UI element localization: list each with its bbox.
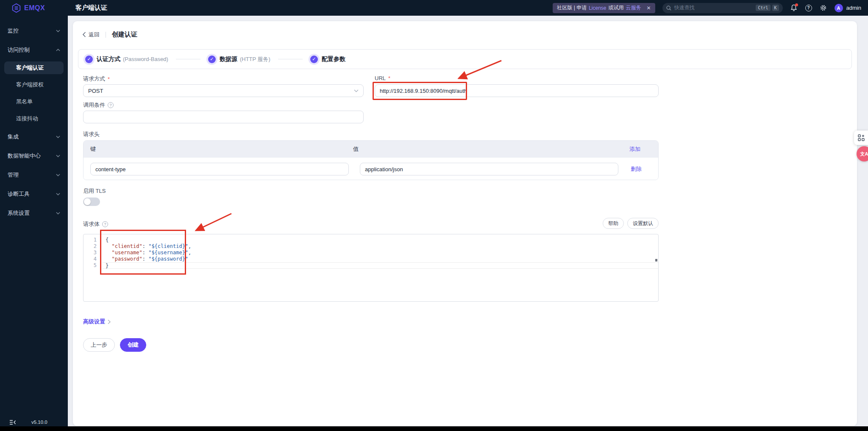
license-banner: 社区版 | 申请 License 或试用 云服务 ✕ — [553, 3, 655, 13]
headers-label: 请求头 — [83, 131, 100, 138]
step-check-icon: ✓ — [85, 56, 93, 63]
url-label: URL* — [375, 75, 390, 81]
value-column-header: 值 — [353, 145, 607, 153]
sidebar-section-管理[interactable]: 管理 — [0, 165, 68, 184]
step-config-params: ✓ 配置参数 — [310, 56, 348, 63]
chevron-down-icon — [56, 136, 60, 138]
username[interactable]: admin — [846, 5, 861, 11]
set-default-button[interactable]: 设置默认 — [627, 218, 659, 229]
advanced-settings-link[interactable]: 高级设置 — [83, 318, 111, 325]
headers-table: 键 值 添加 content-type application/json 删除 — [83, 140, 659, 180]
editor-gutter: 12345 — [83, 234, 102, 301]
code-line-5: } — [102, 262, 658, 269]
topbar: EMQX 客户端认证 社区版 | 申请 License 或试用 云服务 ✕ 快速… — [0, 0, 868, 16]
chevron-down-icon — [354, 89, 359, 92]
step-connector — [176, 59, 200, 59]
emqx-logo[interactable]: EMQX — [0, 3, 68, 13]
language-switch-button[interactable]: 文A — [857, 146, 868, 161]
condition-label: 调用条件 ? — [83, 101, 114, 109]
create-button[interactable]: 创建 — [120, 338, 146, 352]
sidebar-section-访问控制[interactable]: 访问控制 — [0, 40, 68, 59]
scrollbar-mark — [655, 259, 657, 261]
headers-table-head: 键 值 添加 — [83, 141, 658, 158]
page-title: 创建认证 — [112, 31, 137, 39]
license-link[interactable]: License — [589, 5, 606, 11]
emqx-hexagon-icon — [12, 3, 21, 13]
step-auth-method: ✓ 认证方式 (Password-Based) — [85, 56, 168, 63]
chevron-down-icon — [56, 30, 60, 32]
version-label: v5.10.0 — [31, 420, 47, 425]
settings-gear-icon[interactable] — [820, 4, 827, 12]
editor-code: { "clientid": "${clientid}", "username":… — [102, 234, 658, 301]
tls-label: 启用 TLS — [83, 187, 106, 195]
grid-plus-icon — [858, 134, 865, 141]
chevron-right-icon — [108, 320, 111, 324]
banner-text: 社区版 | 申请 — [557, 4, 587, 11]
back-button[interactable]: 返回 — [82, 31, 100, 39]
code-line-1: { — [102, 237, 658, 243]
step-data-source: ✓ 数据源 (HTTP 服务) — [208, 56, 270, 63]
help-button[interactable]: 帮助 — [603, 218, 624, 229]
help-icon[interactable]: ? — [805, 4, 812, 12]
chevron-down-icon — [56, 155, 60, 157]
kbd-ctrl: Ctrl — [756, 5, 770, 11]
step-check-icon: ✓ — [208, 56, 216, 63]
step-check-icon: ✓ — [310, 56, 318, 63]
header-key-input[interactable]: content-type — [90, 163, 349, 175]
notifications-bell-icon[interactable] — [790, 4, 798, 12]
tls-toggle[interactable] — [83, 197, 100, 206]
method-label: 请求方式* — [83, 75, 110, 83]
previous-step-button[interactable]: 上一步 — [83, 338, 115, 352]
search-icon — [666, 6, 671, 11]
sidebar: 监控访问控制客户端认证客户端授权黑名单连接抖动集成数据智能中心管理诊断工具系统设… — [0, 16, 68, 418]
chevron-down-icon — [56, 193, 60, 195]
sidebar-section-数据智能中心[interactable]: 数据智能中心 — [0, 146, 68, 165]
code-line-3: "username": "${username}", — [102, 250, 658, 256]
chevron-down-icon — [56, 174, 60, 176]
steps-panel: ✓ 认证方式 (Password-Based) ✓ 数据源 (HTTP 服务) … — [78, 49, 852, 69]
url-input[interactable]: http://192.168.9.150:8090/mqtt/auth — [375, 84, 659, 97]
step-connector — [278, 59, 303, 59]
sidebar-item-客户端授权[interactable]: 客户端授权 — [0, 76, 68, 93]
key-column-header: 键 — [83, 145, 353, 153]
sidebar-item-客户端认证[interactable]: 客户端认证 — [4, 61, 64, 74]
sidebar-section-集成[interactable]: 集成 — [0, 127, 68, 146]
code-line-4: "password": "${password}" — [102, 256, 658, 262]
delete-header-button[interactable]: 删除 — [631, 165, 642, 173]
cloud-link[interactable]: 云服务 — [626, 4, 641, 11]
banner-close-icon[interactable]: ✕ — [647, 5, 651, 11]
search-placeholder: 快速查找 — [674, 4, 695, 11]
banner-text-middle: 或试用 — [609, 4, 624, 11]
sidebar-menu: 监控访问控制客户端认证客户端授权黑名单连接抖动集成数据智能中心管理诊断工具系统设… — [0, 21, 68, 222]
search-input[interactable]: 快速查找 Ctrl K — [662, 3, 783, 13]
kbd-k: K — [772, 5, 779, 11]
method-select[interactable]: POST — [83, 84, 364, 97]
avatar[interactable]: A — [835, 4, 843, 12]
notification-dot — [795, 3, 798, 6]
sidebar-section-诊断工具[interactable]: 诊断工具 — [0, 184, 68, 203]
sidebar-section-系统设置[interactable]: 系统设置 — [0, 203, 68, 222]
add-header-button[interactable]: 添加 — [629, 145, 658, 153]
emqx-logo-text: EMQX — [24, 4, 45, 12]
divider — [106, 32, 106, 38]
header-value-input[interactable]: application/json — [360, 163, 618, 175]
code-line-2: "clientid": "${clientid}", — [102, 243, 658, 250]
translate-icon: 文A — [860, 151, 868, 157]
question-circle-icon: ? — [108, 102, 114, 108]
bottom-strip — [0, 426, 868, 431]
body-code-editor[interactable]: 12345 { "clientid": "${clientid}", "user… — [83, 234, 659, 302]
breadcrumb: 返回 创建认证 — [82, 31, 137, 39]
create-auth-card: 返回 创建认证 ✓ 认证方式 (Password-Based) ✓ 数据源 (H… — [73, 21, 857, 426]
toggle-knob — [84, 198, 91, 205]
topbar-page-title: 客户端认证 — [75, 4, 107, 12]
condition-input[interactable] — [83, 111, 364, 123]
chevron-down-icon — [56, 212, 60, 214]
shortcuts-widget-button[interactable] — [854, 131, 868, 145]
sidebar-item-黑名单[interactable]: 黑名单 — [0, 93, 68, 110]
collapse-sidebar-icon[interactable] — [9, 420, 16, 425]
chevron-up-icon — [56, 49, 60, 51]
chevron-left-icon — [82, 32, 86, 37]
sidebar-section-监控[interactable]: 监控 — [0, 21, 68, 40]
sidebar-footer: v5.10.0 — [0, 418, 68, 426]
sidebar-item-连接抖动[interactable]: 连接抖动 — [0, 110, 68, 127]
